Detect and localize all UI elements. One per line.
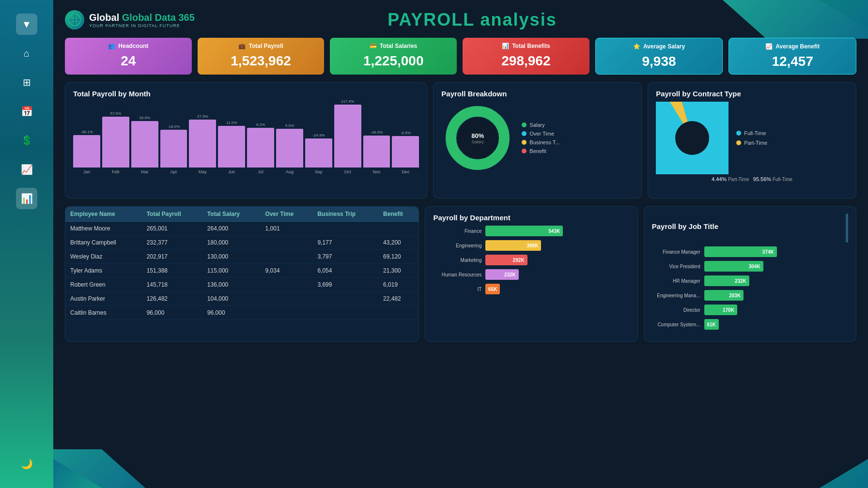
job-bar-val: 304K: [749, 264, 760, 269]
dept-bar-fill-wrap: 66K: [485, 284, 629, 294]
pie-legend: Full-Time Part-Time: [736, 130, 767, 146]
sidebar-icon-dollar[interactable]: 💲: [16, 130, 37, 151]
bar-fill-Oct: [334, 105, 361, 168]
kpi-icon-total-payroll: 💼: [238, 43, 246, 49]
table-row[interactable]: Matthew Moore265,001264,0001,001: [65, 222, 418, 236]
job-bar-Vice President: Vice President 304K: [652, 261, 848, 272]
cell-benefit: [378, 222, 418, 236]
sidebar-icon-grid[interactable]: ⊞: [16, 72, 37, 93]
dept-bar-fill-wrap: 543K: [485, 226, 629, 236]
cell-total-payroll: 265,001: [142, 222, 202, 236]
dept-bar-fill: 66K: [485, 284, 500, 294]
bar-col-Dec: -0.5% Dec: [392, 131, 419, 174]
logo-text: Global Global Data 365 YOUR PARTNER IN D…: [89, 12, 195, 28]
table-row[interactable]: Wesley Diaz202,917130,0003,79769,120: [65, 250, 418, 264]
job-bar-val: 232K: [735, 278, 746, 284]
bar-label-Jun: Jun: [228, 169, 235, 174]
dept-bar-fill-wrap: 390K: [485, 240, 629, 251]
cell-business-trip: 3,797: [312, 250, 378, 264]
cell-benefit: 43,200: [378, 236, 418, 250]
legend-dot: [522, 149, 527, 153]
legend-label: Benefit: [529, 148, 546, 154]
bar-label-Jan: Jan: [83, 169, 91, 174]
job-bar-fill-wrap: 304K: [704, 261, 848, 272]
bar-pct-Mar: 28.5%: [139, 116, 150, 120]
job-bar-fill: 61K: [704, 319, 719, 330]
job-bar-val: 203K: [729, 293, 741, 298]
sidebar-icon-chart[interactable]: 📈: [16, 159, 37, 180]
dept-bar-label: IT: [433, 287, 481, 292]
sidebar-icon-moon[interactable]: 🌙: [16, 453, 37, 474]
kpi-label-avg-benefit: Average Benefit: [775, 43, 820, 50]
job-bar-label: Director: [652, 307, 700, 313]
bar-fill-May: [189, 120, 216, 168]
cell-total-salary: 180,000: [202, 236, 261, 250]
bar-col-Mar: 28.5% Mar: [131, 116, 158, 174]
table-row[interactable]: Robert Green145,718136,0003,6996,019: [65, 278, 418, 292]
sidebar-icon-report[interactable]: 📊: [16, 188, 37, 209]
dept-hbar-chart: Finance 543K Engineering 390K Marketing …: [433, 226, 629, 294]
pie-legend-dot: [736, 131, 741, 136]
bar-pct-Dec: -0.5%: [401, 131, 411, 135]
dept-bar-label: Finance: [433, 229, 481, 234]
cell-benefit: 22,482: [378, 292, 418, 306]
cell-total-payroll: 145,718: [142, 278, 202, 292]
sidebar-icon-filter[interactable]: ▼: [16, 14, 37, 35]
dept-bar-IT: IT 66K: [433, 284, 629, 294]
job-bar-fill-wrap: 374K: [704, 246, 848, 257]
table-row[interactable]: Tyler Adams151,388115,0009,0346,05421,30…: [65, 264, 418, 278]
table-row[interactable]: Caitlin Barnes96,00096,000: [65, 306, 418, 320]
bar-pct-Oct: 117.4%: [341, 99, 354, 104]
legend-dot: [522, 122, 527, 127]
dept-bar-Marketing: Marketing 292K: [433, 255, 629, 265]
col-header-total-salary: Total Salary: [202, 207, 261, 222]
table-row[interactable]: Austin Parker126,482104,00022,482: [65, 292, 418, 306]
col-header-over-time: Over Time: [261, 207, 313, 222]
bar-pct-Jan: -38.1%: [80, 130, 93, 134]
table-row[interactable]: Jordan Roberts61,20060,0001,200: [65, 320, 418, 322]
cell-employee-name: Tyler Adams: [65, 264, 142, 278]
kpi-card-avg-benefit: 📈 Average Benefit 12,457: [728, 38, 856, 75]
dept-bar-Engineering: Engineering 390K: [433, 240, 629, 251]
kpi-icon-avg-salary: ⭐: [633, 43, 640, 50]
cell-over-time: [261, 250, 313, 264]
bar-col-Apr: -18.0% Apr: [160, 124, 187, 174]
table-row[interactable]: Brittany Campbell232,377180,0009,17743,2…: [65, 236, 418, 250]
bar-col-Feb: 57.5% Feb: [102, 111, 129, 174]
logo-icon: [65, 10, 84, 30]
legend-label: Business T...: [529, 139, 559, 145]
job-bar-fill: 170K: [704, 305, 737, 315]
bar-col-Jul: 6.2% Jul: [247, 122, 274, 174]
kpi-value-total-salaries: 1,225,000: [363, 53, 424, 69]
pie-svg: [656, 102, 728, 174]
pie-legend-Part-Time: Part-Time: [736, 140, 767, 146]
dept-bar-fill-wrap: 232K: [485, 269, 629, 280]
table-scroll[interactable]: Employee NameTotal PayrollTotal SalaryOv…: [65, 207, 418, 322]
pie-legend-dot: [736, 140, 741, 145]
kpi-card-headcount: 👥 Headcount 24: [65, 38, 192, 75]
job-bar-Engineering Mana...: Engineering Mana... 203K: [652, 290, 848, 301]
kpi-label-total-benefits: Total Benefits: [512, 43, 550, 49]
job-bar-label: Engineering Mana...: [652, 293, 700, 298]
table-body: Matthew Moore265,001264,0001,001Brittany…: [65, 222, 418, 322]
job-bar-fill-wrap: 170K: [704, 305, 848, 315]
kpi-header-avg-salary: ⭐ Average Salary: [603, 43, 716, 50]
cell-employee-name: Caitlin Barnes: [65, 306, 142, 320]
scrollbar[interactable]: [846, 214, 848, 243]
sidebar-icon-calendar[interactable]: 📅: [16, 101, 37, 122]
job-bar-fill-wrap: 232K: [704, 275, 848, 286]
bar-pct-Nov: -49.0%: [371, 130, 383, 135]
cell-total-salary: 264,000: [202, 222, 261, 236]
donut-legend: Salary Over Time Business T... Benefit: [522, 122, 559, 154]
col-header-total-payroll: Total Payroll: [142, 207, 202, 222]
cell-employee-name: Brittany Campbell: [65, 236, 142, 250]
kpi-card-total-payroll: 💼 Total Payroll 1,523,962: [198, 38, 325, 75]
logo-subtitle: YOUR PARTNER IN DIGITAL FUTURE: [89, 23, 195, 28]
bar-pct-Apr: -18.0%: [168, 124, 180, 129]
kpi-card-total-salaries: 💳 Total Salaries 1,225,000: [330, 38, 457, 75]
bar-label-Dec: Dec: [402, 169, 409, 174]
legend-label: Salary: [529, 122, 544, 128]
cell-employee-name: Robert Green: [65, 278, 142, 292]
logo: Global Global Data 365 YOUR PARTNER IN D…: [65, 10, 195, 30]
sidebar-icon-home[interactable]: ⌂: [16, 43, 37, 64]
